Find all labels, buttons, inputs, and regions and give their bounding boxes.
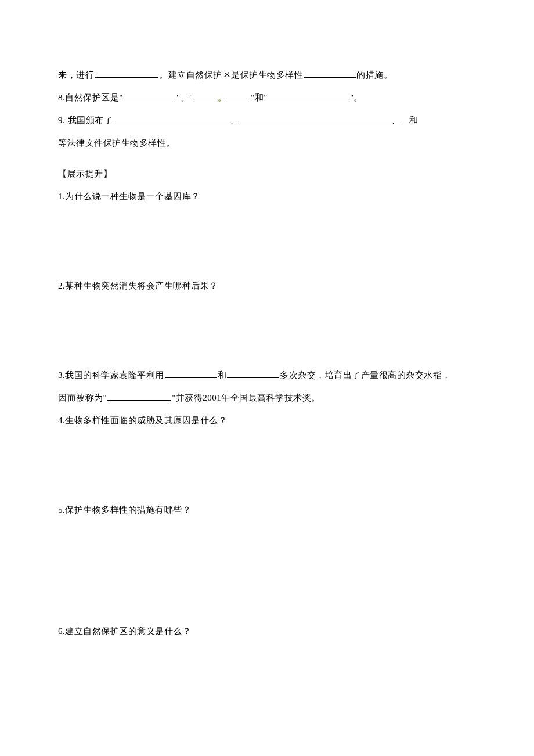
fill-blank[interactable] [304,69,356,78]
text: 、 [230,116,239,125]
answer-space [58,208,476,275]
text: 4.生物多样性面临的威胁及其原因是什么？ [58,416,227,425]
question-4: 4.生物多样性面临的威胁及其原因是什么？ [58,409,476,432]
question-3a: 3.我国的科学家袁隆平利用和多次杂交，培育出了产量很高的杂交水稻， [58,364,476,387]
green-dot-icon: 。 [218,93,227,102]
fill-blank[interactable] [268,92,349,100]
line-9: 9. 我国颁布了、、和 [58,109,476,132]
text: 的措施。 [356,70,392,80]
question-1: 1.为什么说一种生物是一个基因库？ [58,185,476,208]
fill-blank[interactable] [113,114,229,123]
section-header: 【展示提升】 [58,163,476,185]
question-6: 6.建立自然保护区的意义是什么？ [58,620,476,643]
text: 8.自然保护区是" [58,93,123,102]
text: 等法律文件保护生物多样性。 [58,138,175,147]
fill-blank[interactable] [194,92,217,100]
question-5: 5.保护生物多样性的措施有哪些？ [58,499,476,521]
text: 2.某种生物突然消失将会产生哪种后果？ [58,281,218,290]
fill-blank[interactable] [227,92,250,100]
text: "和" [251,93,268,102]
text: "。 [350,93,363,102]
fill-blank[interactable] [95,69,158,78]
text: "并获得2001年全国最高科学技术奖。 [172,393,320,402]
text: 来，进行 [58,70,94,80]
question-2: 2.某种生物突然消失将会产生哪种后果？ [58,275,476,297]
spacer [58,154,476,163]
fill-blank[interactable] [124,92,176,100]
fill-blank[interactable] [227,369,279,378]
text: 3.我国的科学家袁隆平利用 [58,370,164,380]
text: 多次杂交，培育出了产量很高的杂交水稻， [280,370,451,380]
text: 1.为什么说一种生物是一个基因库？ [58,192,200,201]
text: "、" [176,93,193,102]
text: 因而被称为" [58,393,107,402]
line-7-continuation: 来，进行。建立自然保护区是保护生物多样性的措施。 [58,64,476,87]
document-page: 来，进行。建立自然保护区是保护生物多样性的措施。 8.自然保护区是""、"。"和… [0,0,534,678]
text: 6.建立自然保护区的意义是什么？ [58,627,191,636]
question-3b: 因而被称为""并获得2001年全国最高科学技术奖。 [58,387,476,409]
text: 【展示提升】 [58,169,112,178]
text: 。建立自然保护区是保护生物多样性 [159,70,303,80]
text: 和 [409,116,418,125]
text: 和 [218,370,227,380]
line-9b: 等法律文件保护生物多样性。 [58,132,476,154]
fill-blank[interactable] [165,369,217,378]
fill-blank[interactable] [240,114,391,123]
text: 5.保护生物多样性的措施有哪些？ [58,505,191,514]
line-8: 8.自然保护区是""、"。"和""。 [58,87,476,109]
answer-space [58,432,476,499]
fill-blank[interactable] [400,114,409,123]
answer-space [58,521,476,620]
fill-blank[interactable] [107,392,171,401]
answer-space [58,297,476,364]
text: 、 [391,116,400,125]
text: 9. 我国颁布了 [58,116,113,125]
